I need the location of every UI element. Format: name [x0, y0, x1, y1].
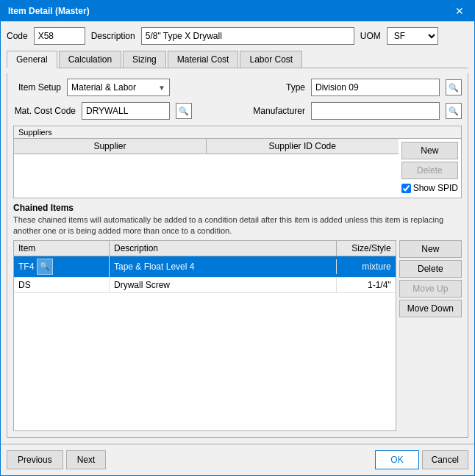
chained-row-size: mixture — [337, 259, 396, 274]
manufacturer-input[interactable] — [311, 102, 440, 120]
tab-general[interactable]: General — [7, 51, 57, 68]
tab-material-cost[interactable]: Material Cost — [168, 51, 239, 68]
chained-new-button[interactable]: New — [399, 240, 462, 258]
suppliers-body: Supplier Supplier ID Code New Delete Sho… — [14, 139, 461, 198]
ok-button[interactable]: OK — [375, 450, 418, 469]
previous-button[interactable]: Previous — [7, 450, 63, 469]
mat-cost-row: Mat. Cost Code 🔍 Manufacturer 🔍 — [13, 102, 462, 120]
chained-move-up-button[interactable]: Move Up — [399, 280, 462, 298]
manufacturer-label: Manufacturer — [253, 106, 305, 116]
description-input[interactable] — [141, 27, 354, 45]
item-setup-dropdown[interactable]: Material & Labor ▼ — [67, 79, 170, 96]
content-area: Code Description UOM SF General Calculat… — [1, 21, 474, 444]
type-search-button[interactable]: 🔍 — [446, 79, 462, 95]
suppliers-buttons: New Delete Show SPID — [399, 139, 461, 198]
manufacturer-search-button[interactable]: 🔍 — [446, 103, 462, 119]
supplier-id-col-header: Supplier ID Code — [207, 139, 399, 154]
chained-grid: Item Description Size/Style TF4 🔍 Tape &… — [13, 240, 396, 431]
window-title: Item Detail (Master) — [8, 6, 90, 16]
desc-label: Description — [91, 31, 135, 41]
chained-size-col: Size/Style — [337, 241, 396, 256]
chained-section: Chained Items These chained items will a… — [13, 203, 462, 431]
chained-row[interactable]: DS Drywall Screw 1-1/4" — [14, 278, 396, 293]
chained-row-size: 1-1/4" — [337, 278, 396, 292]
suppliers-header: Supplier Supplier ID Code — [14, 139, 399, 154]
tab-calculation[interactable]: Calculation — [59, 51, 121, 68]
suppliers-section: Suppliers Supplier Supplier ID Code New … — [13, 126, 462, 198]
chained-row[interactable]: TF4 🔍 Tape & Float Level 4 mixture — [14, 256, 396, 278]
chained-area: Item Description Size/Style TF4 🔍 Tape &… — [13, 240, 462, 431]
main-window: Item Detail (Master) ✕ Code Description … — [0, 0, 475, 476]
code-label: Code — [7, 31, 28, 41]
footer: Previous Next OK Cancel — [1, 444, 474, 475]
uom-select[interactable]: SF — [387, 27, 438, 45]
tab-bar: General Calculation Sizing Material Cost… — [7, 51, 468, 68]
tab-labor-cost[interactable]: Labor Cost — [240, 51, 302, 68]
suppliers-delete-button[interactable]: Delete — [401, 162, 458, 179]
general-tab-content: Item Setup Material & Labor ▼ Type 🔍 Mat… — [7, 73, 468, 438]
close-button[interactable]: ✕ — [452, 5, 467, 17]
suppliers-grid-area: Supplier Supplier ID Code — [14, 139, 399, 198]
header-row: Code Description UOM SF — [7, 27, 468, 45]
suppliers-rows — [14, 154, 399, 195]
title-bar: Item Detail (Master) ✕ — [1, 1, 474, 21]
tab-sizing[interactable]: Sizing — [123, 51, 166, 68]
item-setup-label: Item Setup — [13, 82, 61, 93]
footer-actions: OK Cancel — [375, 450, 468, 469]
chained-row-item: TF4 🔍 — [14, 256, 110, 277]
supplier-col-header: Supplier — [14, 139, 207, 154]
chained-buttons: New Delete Move Up Move Down — [399, 240, 462, 431]
next-button[interactable]: Next — [66, 450, 107, 469]
uom-label: UOM — [360, 31, 381, 41]
suppliers-new-button[interactable]: New — [401, 142, 458, 159]
chained-item-search-0[interactable]: 🔍 — [37, 259, 53, 275]
show-spid-row: Show SPID — [401, 181, 458, 195]
item-setup-value: Material & Labor — [71, 82, 136, 93]
chained-label: Chained Items — [13, 203, 462, 213]
chained-row-desc: Drywall Screw — [110, 278, 337, 292]
mat-cost-input[interactable] — [82, 102, 170, 120]
code-input[interactable] — [34, 27, 85, 45]
item-setup-row: Item Setup Material & Labor ▼ Type 🔍 — [13, 79, 462, 96]
chained-row-desc: Tape & Float Level 4 — [110, 259, 337, 274]
mat-cost-search-button[interactable]: 🔍 — [176, 103, 192, 119]
dropdown-arrow-icon: ▼ — [158, 84, 165, 92]
footer-nav: Previous Next — [7, 450, 106, 469]
type-label: Type — [286, 82, 305, 93]
chained-delete-button[interactable]: Delete — [399, 260, 462, 278]
chained-header: Item Description Size/Style — [14, 241, 396, 256]
suppliers-label: Suppliers — [14, 126, 461, 139]
show-spid-checkbox[interactable] — [401, 184, 411, 193]
chained-item-col: Item — [14, 241, 110, 256]
type-input[interactable] — [311, 79, 440, 96]
chained-row-item: DS — [14, 278, 110, 292]
mat-cost-label: Mat. Cost Code — [13, 106, 76, 116]
chained-move-down-button[interactable]: Move Down — [399, 300, 462, 317]
chained-desc-col: Description — [110, 241, 337, 256]
cancel-button[interactable]: Cancel — [422, 450, 468, 469]
show-spid-label: Show SPID — [413, 183, 458, 193]
chained-description: These chained items will automatically b… — [13, 214, 462, 237]
